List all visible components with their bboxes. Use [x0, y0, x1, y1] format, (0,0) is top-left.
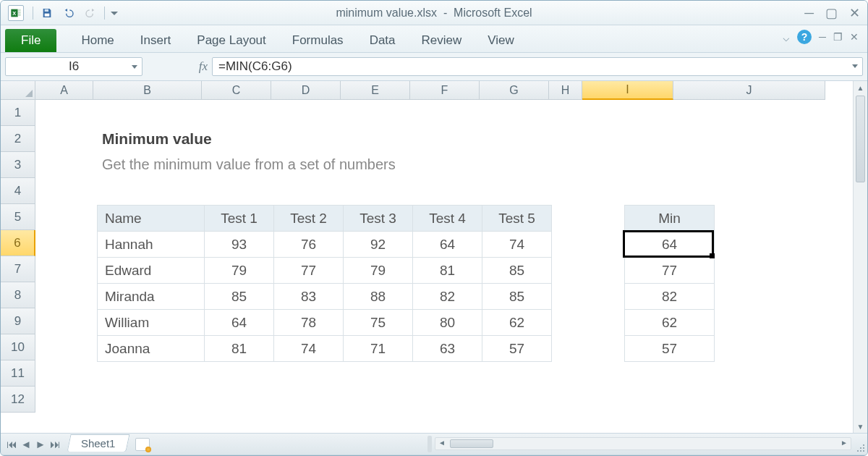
cell-value[interactable]: 74: [274, 336, 344, 362]
cell-value[interactable]: 93: [205, 232, 274, 258]
prev-sheet-icon[interactable]: ◄: [20, 438, 33, 450]
doc-close-icon[interactable]: ✕: [850, 31, 859, 43]
tab-insert[interactable]: Insert: [127, 29, 184, 52]
last-sheet-icon[interactable]: ⏭: [48, 438, 61, 450]
resize-grip-icon[interactable]: [854, 442, 866, 453]
cell-value[interactable]: 88: [344, 284, 413, 310]
scroll-thumb[interactable]: [450, 439, 493, 448]
cell-value[interactable]: 75: [344, 310, 413, 336]
first-sheet-icon[interactable]: ⏮: [5, 438, 18, 450]
row-header-4[interactable]: 4: [1, 178, 35, 204]
cell-value[interactable]: 62: [482, 310, 552, 336]
doc-minimize-icon[interactable]: ─: [819, 31, 826, 43]
cell-name[interactable]: Joanna: [98, 336, 205, 362]
column-header-E[interactable]: E: [341, 81, 410, 100]
scroll-up-icon[interactable]: ▲: [854, 81, 867, 94]
cell-value[interactable]: 85: [205, 284, 274, 310]
cell-value[interactable]: 78: [274, 310, 344, 336]
fx-icon[interactable]: fx: [199, 59, 208, 74]
horizontal-split-handle[interactable]: [427, 436, 432, 452]
file-tab[interactable]: File: [5, 29, 56, 52]
vertical-scrollbar[interactable]: ▲ ▼: [853, 81, 867, 433]
minimize-icon[interactable]: ─: [804, 7, 814, 20]
qat-customize-icon[interactable]: [109, 4, 119, 22]
tab-review[interactable]: Review: [409, 29, 475, 52]
row-header-7[interactable]: 7: [1, 256, 35, 282]
row-header-3[interactable]: 3: [1, 152, 35, 178]
cell-name[interactable]: Miranda: [98, 284, 205, 310]
doc-restore-icon[interactable]: ❐: [833, 31, 843, 43]
column-header-G[interactable]: G: [480, 81, 549, 100]
cell-value[interactable]: 81: [413, 258, 482, 284]
row-header-10[interactable]: 10: [1, 334, 35, 360]
cell-value[interactable]: 79: [344, 258, 413, 284]
row-header-5[interactable]: 5: [1, 204, 35, 230]
row-header-9[interactable]: 9: [1, 308, 35, 334]
column-header-C[interactable]: C: [202, 81, 271, 100]
cell-name[interactable]: Hannah: [98, 232, 205, 258]
column-header-I[interactable]: I: [582, 81, 673, 100]
cell-value[interactable]: 85: [482, 258, 552, 284]
cell-name[interactable]: William: [98, 310, 205, 336]
row-header-12[interactable]: 12: [1, 387, 35, 413]
cell-min[interactable]: 64: [625, 232, 715, 258]
spreadsheet-grid[interactable]: ABCDEFGHIJ 123456789101112 Minimum value…: [1, 81, 867, 433]
row-header-2[interactable]: 2: [1, 126, 35, 152]
window-controls: ─ ▢ ✕: [804, 7, 860, 20]
maximize-icon[interactable]: ▢: [825, 7, 838, 20]
column-header-B[interactable]: B: [93, 81, 202, 100]
column-header-D[interactable]: D: [271, 81, 341, 100]
scroll-thumb[interactable]: [856, 96, 865, 182]
next-sheet-icon[interactable]: ►: [34, 438, 47, 450]
redo-icon[interactable]: [81, 4, 100, 22]
row-header-8[interactable]: 8: [1, 282, 35, 308]
cell-min[interactable]: 77: [625, 258, 715, 284]
cell-min[interactable]: 82: [625, 284, 715, 310]
cell-value[interactable]: 85: [482, 284, 552, 310]
close-icon[interactable]: ✕: [849, 7, 860, 20]
cell-min[interactable]: 62: [625, 310, 715, 336]
cell-value[interactable]: 77: [274, 258, 344, 284]
formula-input[interactable]: =MIN(C6:G6): [212, 57, 863, 76]
cell-value[interactable]: 80: [413, 310, 482, 336]
excel-logo-icon[interactable]: X: [8, 5, 24, 21]
cell-value[interactable]: 92: [344, 232, 413, 258]
minimize-ribbon-icon[interactable]: ⌵: [783, 30, 790, 44]
column-header-H[interactable]: H: [549, 81, 582, 100]
cell-value[interactable]: 74: [482, 232, 552, 258]
tab-home[interactable]: Home: [68, 29, 127, 52]
scroll-down-icon[interactable]: ▼: [854, 420, 867, 433]
cell-value[interactable]: 82: [413, 284, 482, 310]
tab-data[interactable]: Data: [357, 29, 409, 52]
cell-name[interactable]: Edward: [98, 258, 205, 284]
tab-view[interactable]: View: [475, 29, 527, 52]
tab-page-layout[interactable]: Page Layout: [184, 29, 278, 52]
sheet-tab-1[interactable]: Sheet1: [67, 434, 129, 452]
cell-value[interactable]: 64: [205, 310, 274, 336]
row-header-6[interactable]: 6: [1, 230, 35, 256]
sheet-nav-arrows[interactable]: ⏮ ◄ ► ⏭: [1, 438, 66, 450]
column-header-F[interactable]: F: [410, 81, 480, 100]
save-icon[interactable]: [38, 4, 56, 22]
cell-value[interactable]: 63: [413, 336, 482, 362]
row-header-1[interactable]: 1: [1, 100, 35, 126]
cell-value[interactable]: 71: [344, 336, 413, 362]
cell-value[interactable]: 79: [205, 258, 274, 284]
new-sheet-icon[interactable]: [135, 438, 150, 451]
cells-area[interactable]: Minimum value Get the minimum value from…: [35, 100, 853, 433]
tab-formulas[interactable]: Formulas: [279, 29, 357, 52]
column-header-A[interactable]: A: [35, 81, 93, 100]
horizontal-scrollbar[interactable]: [435, 437, 851, 450]
select-all-corner[interactable]: [1, 81, 35, 100]
row-header-11[interactable]: 11: [1, 360, 35, 387]
cell-min[interactable]: 57: [625, 336, 715, 362]
column-header-J[interactable]: J: [673, 81, 825, 100]
undo-icon[interactable]: [59, 4, 78, 22]
help-icon[interactable]: ?: [797, 30, 812, 44]
cell-value[interactable]: 76: [274, 232, 344, 258]
cell-value[interactable]: 57: [482, 336, 552, 362]
cell-value[interactable]: 83: [274, 284, 344, 310]
cell-value[interactable]: 81: [205, 336, 274, 362]
cell-value[interactable]: 64: [413, 232, 482, 258]
name-box[interactable]: I6: [5, 57, 142, 76]
